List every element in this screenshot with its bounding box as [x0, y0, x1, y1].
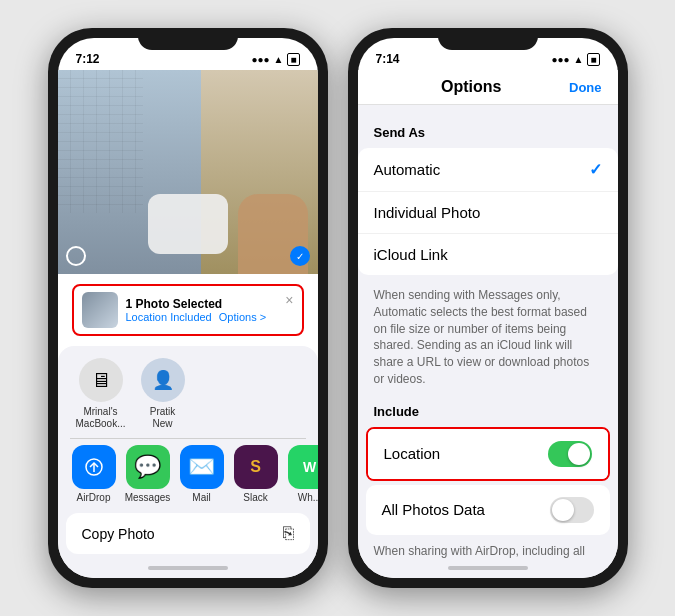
all-photos-group: All Photos Data: [366, 485, 610, 535]
battery-icon-2: ■: [587, 53, 599, 66]
messages-icon: 💬: [126, 445, 170, 489]
send-as-description: When sending with Messages only, Automat…: [358, 283, 618, 400]
contact-mrinalmacbook[interactable]: 🖥 Mrinal'sMacBook...: [74, 358, 128, 430]
subtitle-text: Location Included: [126, 311, 212, 323]
individual-label: Individual Photo: [374, 204, 602, 221]
phone-1-screen: 7:12 ●●● ▲ ■ ✓ 1 Photo Selected: [58, 38, 318, 578]
app-airdrop[interactable]: AirDrop: [70, 445, 118, 503]
status-icons-2: ●●● ▲ ■: [551, 53, 599, 66]
nav-bar: Options Done: [358, 70, 618, 105]
wifi-icon: ▲: [274, 54, 284, 65]
wifi-icon-2: ▲: [574, 54, 584, 65]
signal-icon-2: ●●●: [551, 54, 569, 65]
share-title: 1 Photo Selected: [126, 297, 294, 311]
phone-1: 7:12 ●●● ▲ ■ ✓ 1 Photo Selected: [48, 28, 328, 588]
copy-photo-row[interactable]: Copy Photo ⎘: [66, 513, 310, 554]
options-content: Send As Automatic ✓ Individual Photo iCl…: [358, 105, 618, 558]
option-automatic[interactable]: Automatic ✓: [358, 148, 618, 192]
app-messages[interactable]: 💬 Messages: [124, 445, 172, 503]
notch: [138, 28, 238, 50]
location-row: Location: [368, 429, 608, 479]
all-photos-label: All Photos Data: [382, 501, 550, 518]
nav-done-button[interactable]: Done: [569, 80, 602, 95]
apps-row: AirDrop 💬 Messages ✉️ Mail S Slack W Wh.…: [58, 439, 318, 509]
options-screen: Options Done Send As Automatic ✓ Individ…: [358, 70, 618, 578]
location-highlight: Location: [366, 427, 610, 481]
contacts-row: 🖥 Mrinal'sMacBook... 👤 PratikNew: [58, 354, 318, 438]
bottom-sheet: 🖥 Mrinal'sMacBook... 👤 PratikNew: [58, 346, 318, 578]
send-as-title: Send As: [358, 121, 618, 148]
time-1: 7:12: [76, 52, 100, 66]
home-bar-line-2: [448, 566, 528, 570]
airpods-image: [148, 194, 228, 254]
share-close-button[interactable]: ×: [285, 292, 293, 308]
airdrop-label: AirDrop: [77, 492, 111, 503]
slack-label: Slack: [243, 492, 267, 503]
time-2: 7:14: [376, 52, 400, 66]
app-whatsapp[interactable]: W Wh...: [286, 445, 318, 503]
contact-avatar-mac: 🖥: [79, 358, 123, 402]
messages-label: Messages: [125, 492, 171, 503]
app-slack[interactable]: S Slack: [232, 445, 280, 503]
photo-selector[interactable]: [66, 246, 86, 266]
send-as-group: Automatic ✓ Individual Photo iCloud Link: [358, 148, 618, 275]
whatsapp-icon: W: [288, 445, 318, 489]
automatic-label: Automatic: [374, 161, 589, 178]
airdrop-icon: [72, 445, 116, 489]
contact-avatar-person: 👤: [141, 358, 185, 402]
app-mail[interactable]: ✉️ Mail: [178, 445, 226, 503]
icloud-label: iCloud Link: [374, 246, 602, 263]
status-icons-1: ●●● ▲ ■: [251, 53, 299, 66]
photo-area: ✓: [58, 70, 318, 274]
mail-label: Mail: [192, 492, 210, 503]
home-bar: [58, 558, 318, 578]
home-bar-2: [358, 558, 618, 578]
location-label: Location: [384, 445, 548, 462]
all-photos-row: All Photos Data: [366, 485, 610, 535]
phone-2: 7:14 ●●● ▲ ■ Options Done Send As A: [348, 28, 628, 588]
contact-name-person: PratikNew: [150, 406, 176, 430]
all-photos-description: When sharing with AirDrop, including all…: [358, 539, 618, 558]
contact-name-mac: Mrinal'sMacBook...: [75, 406, 125, 430]
options-link[interactable]: Options >: [219, 311, 266, 323]
copy-icon: ⎘: [283, 523, 294, 544]
all-photos-toggle-knob: [552, 499, 574, 521]
include-title: Include: [358, 400, 618, 427]
slack-icon: S: [234, 445, 278, 489]
location-toggle-knob: [568, 443, 590, 465]
mail-icon: ✉️: [180, 445, 224, 489]
option-icloud[interactable]: iCloud Link: [358, 234, 618, 275]
photo-check-badge: ✓: [290, 246, 310, 266]
all-photos-toggle[interactable]: [550, 497, 594, 523]
contact-pratik[interactable]: 👤 PratikNew: [136, 358, 190, 430]
notch-2: [438, 28, 538, 50]
option-individual[interactable]: Individual Photo: [358, 192, 618, 234]
phone-2-screen: 7:14 ●●● ▲ ■ Options Done Send As A: [358, 38, 618, 578]
whatsapp-label: Wh...: [298, 492, 318, 503]
share-info: 1 Photo Selected Location Included Optio…: [126, 297, 294, 323]
battery-icon: ■: [287, 53, 299, 66]
share-subtitle: Location Included Options >: [126, 311, 294, 323]
share-banner: 1 Photo Selected Location Included Optio…: [72, 284, 304, 336]
nav-title: Options: [441, 78, 501, 96]
automatic-check: ✓: [589, 160, 602, 179]
home-bar-line: [148, 566, 228, 570]
signal-icon: ●●●: [251, 54, 269, 65]
share-thumbnail: [82, 292, 118, 328]
location-toggle[interactable]: [548, 441, 592, 467]
copy-label: Copy Photo: [82, 526, 155, 542]
